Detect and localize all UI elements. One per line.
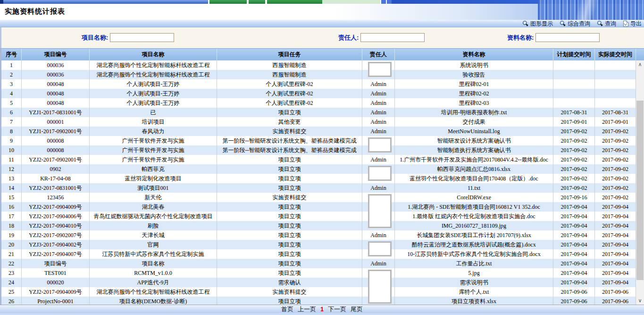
- table-row[interactable]: 13KR-17-04-08蓝丝羽定制化改造项目项目立项蓝丝羽个性化定制改造项目合…: [1, 174, 637, 183]
- table-cell: 000008: [22, 136, 90, 145]
- owner-input[interactable]: [360, 33, 425, 42]
- table-row[interactable]: 5000048个人测试项目-王万婷个人测试里程碑-02Admin里程碑02-03: [1, 98, 637, 108]
- table-cell: 18: [1, 221, 22, 230]
- owner-photo-box[interactable]: [368, 241, 392, 256]
- table-cell: 2017-09-04: [553, 221, 595, 230]
- table-cell: 2017-09-04: [595, 249, 636, 259]
- table-cell: 广州千誉软件开发与实施: [90, 136, 217, 145]
- table-row[interactable]: 15123456新天伦实施资料提交CorelDRW.exe2017-09-162…: [1, 193, 637, 202]
- table-cell: 13: [1, 174, 22, 183]
- table-row[interactable]: 120902帕西菲克项目立项帕西菲克问题点汇总0816.xlsx2017-09-…: [1, 164, 637, 174]
- table-cell: 2017-09-04: [595, 259, 636, 268]
- pager-prev[interactable]: 上一页: [298, 305, 316, 314]
- table-row[interactable]: 14YZJ2-2017-0831001号测试项目001项目立项Admin11.t…: [1, 183, 637, 193]
- table-cell: 2017-09-04: [553, 249, 595, 259]
- app-banner: 实施资料统计报表: [0, 4, 644, 20]
- table-row[interactable]: 6YZJ1-2017-0831001号已项目立项Admin培训用-明细表报表制作…: [1, 108, 637, 117]
- table-cell: 西服智能制造: [217, 70, 362, 79]
- table-cell: 2017-09-02: [553, 145, 595, 155]
- table-cell: 2017-09-04: [595, 230, 636, 240]
- table-cell: Admin: [362, 259, 395, 268]
- table-cell: 项目立项: [217, 259, 362, 268]
- table-cell: 江苏贝特新中式苏作家具个性化定制实施: [90, 249, 217, 259]
- table-row[interactable]: 20YZJ3-2017-0904002号官网项目立项酷特云蓝治理之道数据系统培训…: [1, 240, 637, 249]
- tool-label: 综合查询: [568, 20, 590, 27]
- table-cell: 里程碑02-03: [395, 98, 553, 108]
- pager-last[interactable]: 尾页: [351, 305, 363, 314]
- table-row[interactable]: 8YZJ1-2017-0902001号春风动力实施资料提交AdminMeetNo…: [1, 127, 637, 136]
- tool-graph-display[interactable]: 图形显示: [522, 20, 553, 27]
- table-cell: 西服智能制造: [217, 60, 362, 70]
- table-cell: 8: [1, 127, 22, 136]
- table-cell: YZJ2-2017-0904006号: [22, 212, 90, 221]
- table-cell: 项目立项: [217, 297, 362, 305]
- table-row[interactable]: 3000048个人测试项目-王万婷个人测试里程碑-02Admin里程碑02-01: [1, 79, 637, 89]
- tool-query[interactable]: 查询: [597, 20, 616, 27]
- doc-name-label: 资料名称:: [507, 34, 534, 42]
- owner-photo-box[interactable]: [368, 166, 392, 181]
- table-cell: 青岛红妮数据驱动无菌内衣个性化定制改造项目: [90, 212, 217, 221]
- table-row[interactable]: 11YZJ2-2017-0902001号广州千誉软件开发与实施项目立项Admin…: [1, 155, 637, 164]
- building-graphic: [538, 0, 644, 20]
- table-row[interactable]: 24000020APP迭代-9月需求确认需求说明书2017-09-042017-…: [1, 278, 637, 287]
- table-cell: 项目立项: [217, 212, 362, 221]
- table-cell: 2017-09-02: [595, 193, 636, 202]
- table-cell: 2017-09-02: [595, 174, 636, 183]
- pager-next[interactable]: 下一页: [328, 305, 346, 314]
- table-row[interactable]: 26ProjectNo-0001项目名称(DEMO数据-诊断)项目立项项目立项资…: [1, 297, 637, 305]
- tool-export[interactable]: 导出: [623, 20, 642, 27]
- table-cell: 2017-09-04: [595, 240, 636, 249]
- table-cell: 刷脸: [90, 221, 217, 230]
- table-row[interactable]: 23TEST001RCMTM_v1.0.0项目立项5.jpg2017-09-04…: [1, 268, 637, 278]
- table-cell: 2017-09-02: [553, 174, 595, 183]
- table-cell: YZJ2-2017-0904009号: [22, 287, 90, 297]
- table-cell: Admin: [362, 183, 395, 193]
- table-cell: 验收报告: [395, 70, 553, 79]
- vertical-scrollbar[interactable]: ∧ ∨: [636, 60, 644, 305]
- scroll-thumb[interactable]: [636, 101, 644, 280]
- table-row[interactable]: 16YZJ2-2017-0904009号湖北美春项目立项1.湖北赛尚 - SDE…: [1, 202, 637, 212]
- table-row[interactable]: 25YZJ2-2017-0904009号湖北赛尚服饰个性化定制智能标杆线改造工程…: [1, 287, 637, 297]
- scroll-down-icon[interactable]: ∨: [636, 297, 644, 305]
- table-cell: 第一阶段--智能研发设计系统文胸、塑裤品类建模完成: [217, 136, 362, 145]
- table-row[interactable]: 17YZJ2-2017-0904006号青岛红妮数据驱动无菌内衣个性化定制改造项…: [1, 212, 637, 221]
- table-row[interactable]: 1000036湖北赛尚服饰个性化定制智能标杆线改造工程西服智能制造系统说明书: [1, 60, 637, 70]
- table-cell: 2017-09-02: [595, 164, 636, 174]
- table-row[interactable]: 10000008广州千誉软件开发与实施第一阶段--智能研发设计系统文胸、塑裤品类…: [1, 145, 637, 155]
- table-cell: 24: [1, 278, 22, 287]
- owner-photo-box[interactable]: [368, 270, 392, 304]
- header-cell-actual-date: 实际提交时间: [595, 49, 636, 60]
- table-cell: 个人测试里程碑-02: [217, 79, 362, 89]
- table-row[interactable]: 9000008广州千誉软件开发与实施第一阶段--智能研发设计系统文胸、塑裤品类建…: [1, 136, 637, 145]
- strip-segment-green: [267, 0, 322, 4]
- table-cell: Admin: [362, 98, 395, 108]
- table-row[interactable]: 22项目编号项目名称项目立项Admin工作量占比.txt2017-09-0420…: [1, 259, 637, 268]
- table-cell: 项目立项: [217, 268, 362, 278]
- table-cell: 3: [1, 79, 22, 89]
- scroll-up-icon[interactable]: ∧: [636, 60, 644, 68]
- table-row[interactable]: 7000001培训项目其他变更Admin交付成果2017-09-012017-0…: [1, 117, 637, 127]
- table-row[interactable]: 21YZJ2-2017-0904007号江苏贝特新中式苏作家具个性化定制实施项目…: [1, 249, 637, 259]
- owner-photo-box[interactable]: [368, 194, 392, 228]
- table-cell: CorelDRW.exe: [395, 193, 553, 202]
- pager-first[interactable]: 首页: [281, 305, 293, 314]
- table-row[interactable]: 4000048个人测试项目-王万婷个人测试里程碑-02Admin里程碑02-02: [1, 89, 637, 98]
- table-row[interactable]: 19YZJ2-2017-0902007号天津长城项目立项Admin长城集团女装S…: [1, 230, 637, 240]
- table-cell: IMG_20160727_181109.jpg: [395, 221, 553, 230]
- project-name-input[interactable]: [110, 33, 174, 42]
- table-cell: 2017-09-02: [595, 127, 636, 136]
- owner-photo-box[interactable]: [368, 137, 392, 153]
- table-cell: KR-17-04-08: [22, 174, 90, 183]
- tool-advanced-query[interactable]: 综合查询: [560, 20, 590, 27]
- table-row[interactable]: 18YZJ2-2017-0904010号刷脸项目立项IMG_20160727_1…: [1, 221, 637, 230]
- magnifier-icon: [522, 20, 529, 27]
- table-cell: 系统说明书: [395, 60, 553, 70]
- table-cell: 2017-09-02: [553, 164, 595, 174]
- table-row[interactable]: 2000036湖北赛尚服饰个性化定制智能标杆线改造工程西服智能制造验收报告: [1, 70, 637, 79]
- owner-photo-box[interactable]: [368, 62, 392, 77]
- doc-name-input[interactable]: [535, 33, 600, 42]
- pager-current: 1: [320, 306, 324, 313]
- table-cell: 2017-09-04: [553, 212, 595, 221]
- table-cell: 酷特云蓝治理之道数据系统培训试题(概念篇).docx: [395, 240, 553, 249]
- table-cell: 2017-09-04: [553, 240, 595, 249]
